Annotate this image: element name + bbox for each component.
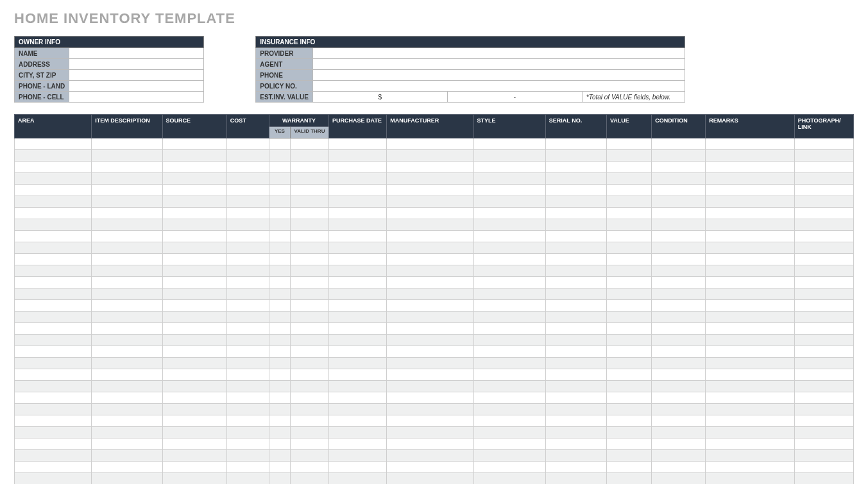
- cell[interactable]: [92, 462, 162, 473]
- cell[interactable]: [706, 323, 794, 335]
- cell[interactable]: [387, 196, 473, 208]
- cell[interactable]: [329, 196, 387, 208]
- cell[interactable]: [162, 473, 226, 485]
- cell[interactable]: [387, 277, 473, 288]
- cell[interactable]: [652, 185, 706, 196]
- cell[interactable]: [15, 450, 92, 462]
- cell[interactable]: [15, 138, 92, 150]
- cell[interactable]: [652, 173, 706, 185]
- cell[interactable]: [387, 138, 473, 150]
- cell[interactable]: [226, 185, 269, 196]
- cell[interactable]: [269, 265, 290, 277]
- cell[interactable]: [473, 392, 545, 404]
- cell[interactable]: [290, 242, 328, 254]
- cell[interactable]: [329, 404, 387, 415]
- cell[interactable]: [329, 173, 387, 185]
- cell[interactable]: [329, 288, 387, 300]
- cell[interactable]: [226, 242, 269, 254]
- cell[interactable]: [545, 335, 606, 346]
- cell[interactable]: [706, 358, 794, 369]
- cell[interactable]: [269, 277, 290, 288]
- cell[interactable]: [607, 462, 652, 473]
- cell[interactable]: [290, 231, 328, 242]
- cell[interactable]: [92, 450, 162, 462]
- cell[interactable]: [226, 358, 269, 369]
- cell[interactable]: [269, 150, 290, 162]
- cell[interactable]: [162, 254, 226, 265]
- cell[interactable]: [162, 404, 226, 415]
- cell[interactable]: [290, 381, 328, 392]
- cell[interactable]: [545, 473, 606, 485]
- cell[interactable]: [15, 231, 92, 242]
- cell[interactable]: [162, 208, 226, 219]
- cell[interactable]: [15, 288, 92, 300]
- cell[interactable]: [545, 358, 606, 369]
- cell[interactable]: [329, 415, 387, 427]
- cell[interactable]: [15, 150, 92, 162]
- cell[interactable]: [473, 438, 545, 450]
- owner-phone-cell-value[interactable]: [69, 92, 204, 103]
- cell[interactable]: [794, 323, 853, 335]
- cell[interactable]: [794, 300, 853, 312]
- cell[interactable]: [607, 415, 652, 427]
- cell[interactable]: [607, 185, 652, 196]
- cell[interactable]: [652, 415, 706, 427]
- cell[interactable]: [329, 300, 387, 312]
- cell[interactable]: [269, 427, 290, 438]
- cell[interactable]: [15, 208, 92, 219]
- cell[interactable]: [387, 346, 473, 358]
- cell[interactable]: [652, 219, 706, 231]
- cell[interactable]: [329, 231, 387, 242]
- cell[interactable]: [545, 219, 606, 231]
- cell[interactable]: [162, 185, 226, 196]
- cell[interactable]: [706, 138, 794, 150]
- cell[interactable]: [269, 242, 290, 254]
- cell[interactable]: [226, 231, 269, 242]
- cell[interactable]: [794, 381, 853, 392]
- cell[interactable]: [226, 162, 269, 173]
- cell[interactable]: [226, 473, 269, 485]
- cell[interactable]: [226, 138, 269, 150]
- cell[interactable]: [15, 473, 92, 485]
- cell[interactable]: [545, 392, 606, 404]
- cell[interactable]: [269, 415, 290, 427]
- cell[interactable]: [706, 346, 794, 358]
- cell[interactable]: [269, 450, 290, 462]
- cell[interactable]: [226, 323, 269, 335]
- cell[interactable]: [387, 254, 473, 265]
- cell[interactable]: [652, 288, 706, 300]
- cell[interactable]: [545, 369, 606, 381]
- cell[interactable]: [92, 242, 162, 254]
- cell[interactable]: [92, 254, 162, 265]
- cell[interactable]: [545, 415, 606, 427]
- cell[interactable]: [607, 404, 652, 415]
- cell[interactable]: [706, 185, 794, 196]
- cell[interactable]: [15, 323, 92, 335]
- cell[interactable]: [329, 392, 387, 404]
- cell[interactable]: [607, 473, 652, 485]
- cell[interactable]: [226, 173, 269, 185]
- cell[interactable]: [473, 369, 545, 381]
- cell[interactable]: [92, 335, 162, 346]
- cell[interactable]: [473, 462, 545, 473]
- cell[interactable]: [545, 277, 606, 288]
- cell[interactable]: [607, 323, 652, 335]
- cell[interactable]: [473, 427, 545, 438]
- cell[interactable]: [387, 288, 473, 300]
- cell[interactable]: [329, 450, 387, 462]
- cell[interactable]: [473, 254, 545, 265]
- cell[interactable]: [545, 427, 606, 438]
- cell[interactable]: [794, 277, 853, 288]
- cell[interactable]: [607, 300, 652, 312]
- cell[interactable]: [162, 427, 226, 438]
- cell[interactable]: [290, 277, 328, 288]
- cell[interactable]: [473, 358, 545, 369]
- cell[interactable]: [15, 415, 92, 427]
- cell[interactable]: [15, 312, 92, 323]
- cell[interactable]: [269, 335, 290, 346]
- cell[interactable]: [545, 150, 606, 162]
- cell[interactable]: [162, 173, 226, 185]
- cell[interactable]: [92, 473, 162, 485]
- cell[interactable]: [706, 265, 794, 277]
- cell[interactable]: [329, 438, 387, 450]
